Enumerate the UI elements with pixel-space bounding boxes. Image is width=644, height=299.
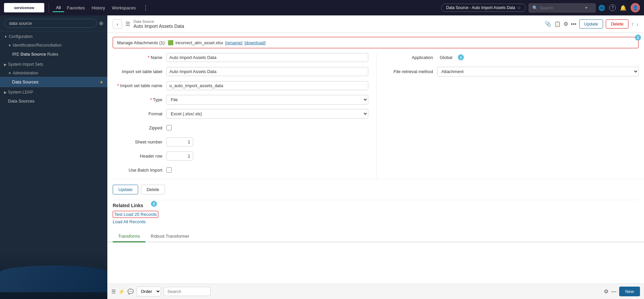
breadcrumb-pill[interactable]: Data Source - Auto Import Assets Data ☆ <box>441 4 526 12</box>
field-row-import-name: Import set table name <box>113 80 368 91</box>
update-button-bottom[interactable]: Update <box>113 185 138 194</box>
sidebar-group-system-import-sets[interactable]: ▶ System Import Sets <box>0 59 107 68</box>
new-button[interactable]: New <box>619 287 640 296</box>
import-set-name-label: Import set table name <box>113 83 166 88</box>
format-label: Format <box>113 111 166 116</box>
related-badge: 2 <box>151 201 157 207</box>
settings-icon[interactable]: ⚙ <box>564 21 568 27</box>
form-title: Data Source Auto Import Assets Data <box>133 19 541 29</box>
all-button[interactable]: All <box>53 4 64 12</box>
form-content: Manage Attachments (1): 🟩 incorrect_alm_… <box>107 33 644 284</box>
nav-link-workspaces[interactable]: Workspaces <box>112 5 136 10</box>
field-row-application: Application Global ℹ <box>383 52 639 62</box>
attachment-download-link[interactable]: [download] <box>245 40 266 45</box>
import-set-name-input[interactable] <box>166 81 368 90</box>
avatar[interactable]: 👤 <box>631 3 640 12</box>
retrieval-select[interactable]: Attachment FTP SFTP HTTP <box>437 67 639 76</box>
copy-icon[interactable]: 📋 <box>554 21 561 27</box>
info-icon[interactable]: ℹ <box>458 54 464 60</box>
header-actions: 📎 📋 ⚙ ••• Update Delete ↑ ↓ <box>545 19 639 28</box>
main-layout: ⊕ ▼ Configuration ▼ Identification/Recon… <box>0 15 644 299</box>
chevron-down-icon: ▼ <box>8 44 11 47</box>
sidebar: ⊕ ▼ Configuration ▼ Identification/Recon… <box>0 15 107 299</box>
order-select[interactable]: Order Name Type <box>137 287 161 296</box>
arrow-down-icon[interactable]: ↓ <box>636 21 639 27</box>
update-button-top[interactable]: Update <box>579 19 603 28</box>
form-grid: Name Import set table label Import set t… <box>107 52 644 179</box>
sidebar-item-label: System LDAP <box>8 90 33 95</box>
delete-button-top[interactable]: Delete <box>606 19 629 28</box>
type-select[interactable]: File JDBC LDAP Custom <box>166 95 368 105</box>
nav-link-favorites[interactable]: Favorites <box>67 5 85 10</box>
search-bar[interactable]: 🔍 ▾ <box>529 3 596 12</box>
toolbar-search-input[interactable] <box>164 287 211 296</box>
sidebar-item-label: System Import Sets <box>8 62 43 67</box>
globe-icon[interactable]: 🌐 <box>598 5 605 11</box>
sidebar-group-administration[interactable]: ▼ Administration <box>0 68 107 77</box>
zipped-checkbox[interactable] <box>166 125 172 130</box>
back-icon: ‹ <box>117 21 118 27</box>
attachment-label: Manage Attachments (1): <box>117 40 166 45</box>
sidebar-group-configuration[interactable]: ▼ Configuration <box>0 32 107 40</box>
minus-icon[interactable]: — <box>611 289 616 295</box>
application-label: Application <box>383 55 437 60</box>
sidebar-item-label: Configuration <box>9 34 33 39</box>
field-row-sheet: Sheet number <box>113 137 368 147</box>
sidebar-item-data-sources-admin[interactable]: Data Sources ★ <box>0 77 107 87</box>
sidebar-search-input[interactable] <box>4 19 97 28</box>
hamburger-icon[interactable]: ☰ <box>125 21 130 27</box>
sidebar-group-ire[interactable]: ▼ Identification/Reconciliation <box>0 40 107 49</box>
bottom-toolbar: ☰ ⚡ 💬 Order Name Type ⚙ — New <box>107 284 644 299</box>
name-input[interactable] <box>166 53 368 62</box>
nav-links: Favorites History Workspaces ⋮ <box>67 4 438 11</box>
gear-icon[interactable]: ⚙ <box>604 288 608 295</box>
more-icon[interactable]: ••• <box>571 21 577 27</box>
star-icon: ★ <box>100 80 103 84</box>
content-area: ‹ ☰ Data Source Auto Import Assets Data … <box>107 15 644 299</box>
import-set-label-input[interactable] <box>166 67 368 76</box>
sidebar-search: ⊕ <box>0 15 107 32</box>
attachment-filename: incorrect_alm_asset.xlsx <box>175 40 223 45</box>
top-navigation: servicenow All Favorites History Workspa… <box>0 0 644 15</box>
sidebar-group-system-ldap[interactable]: ▶ System LDAP <box>0 87 107 96</box>
list-icon[interactable]: ☰ <box>111 289 116 295</box>
arrow-up-icon[interactable]: ↑ <box>631 21 634 27</box>
comment-icon[interactable]: 💬 <box>127 289 134 295</box>
filter-icon[interactable]: ⚡ <box>118 289 125 295</box>
field-row-type: Type File JDBC LDAP Custom <box>113 95 368 105</box>
load-all-link[interactable]: Load All Records <box>113 219 639 224</box>
field-row-batch: Use Batch Import <box>113 165 368 175</box>
tab-robust-transformer[interactable]: Robust Transformer <box>145 231 195 242</box>
batch-checkbox[interactable] <box>166 167 172 173</box>
nav-more-icon[interactable]: ⋮ <box>143 4 149 11</box>
field-row-retrieval: File retrieval method Attachment FTP SFT… <box>383 66 639 76</box>
attachment-icon[interactable]: 📎 <box>545 21 551 27</box>
sidebar-wave <box>0 265 107 292</box>
header-row-input[interactable] <box>166 152 193 161</box>
sidebar-item-label: Identification/Reconciliation <box>13 43 61 48</box>
sheet-number-input[interactable] <box>166 137 193 146</box>
search-input[interactable] <box>540 5 583 10</box>
form-header: ‹ ☰ Data Source Auto Import Assets Data … <box>107 15 644 33</box>
retrieval-label: File retrieval method <box>383 69 437 74</box>
sidebar-pin-icon[interactable]: ⊕ <box>99 20 103 26</box>
sidebar-item-ire-datasource-rules[interactable]: IRE Data Source Rules <box>0 49 107 59</box>
form-left: Name Import set table label Import set t… <box>113 52 375 179</box>
bell-icon[interactable]: 🔔 <box>620 5 627 11</box>
sidebar-item-label: IRE Data Source Rules <box>12 52 58 57</box>
search-icon: 🔍 <box>532 5 538 10</box>
sidebar-item-data-sources-ldap[interactable]: Data Sources <box>0 96 107 106</box>
tab-transforms[interactable]: Transforms <box>113 231 145 242</box>
attachment-rename-link[interactable]: [rename] <box>225 40 243 45</box>
test-load-link[interactable]: Test Load 20 Records <box>113 211 158 218</box>
delete-button-bottom[interactable]: Delete <box>141 185 165 194</box>
help-icon[interactable]: ? <box>609 4 616 11</box>
zipped-label: Zipped <box>113 125 166 130</box>
back-button[interactable]: ‹ <box>113 19 122 29</box>
batch-label: Use Batch Import <box>113 168 166 173</box>
nav-link-history[interactable]: History <box>92 5 105 10</box>
header-row-label: Header row <box>113 154 166 159</box>
breadcrumb-star-icon[interactable]: ☆ <box>517 5 521 10</box>
search-expand-icon[interactable]: ▾ <box>585 5 587 10</box>
format-select[interactable]: Excel (.xlsx/.xls) CSV XML JSON <box>166 109 368 119</box>
